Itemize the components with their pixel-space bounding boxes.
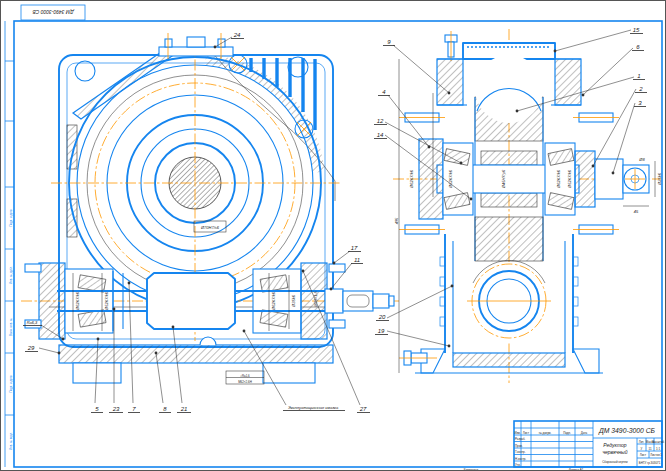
svg-text:24: 24 (233, 32, 241, 38)
housing-post-right (555, 59, 581, 105)
callout-19: 19 (375, 328, 450, 347)
svg-text:14: 14 (377, 132, 384, 138)
svg-text:6: 6 (636, 44, 640, 50)
svg-text:Ø35k6: Ø35k6 (291, 294, 296, 308)
corner-stamp-text: ДМ 3490-3000 СБ (32, 9, 75, 15)
title-block: Изм. Лист № докум. Подп. Дата Разраб. Пр… (514, 421, 665, 467)
svg-text:4: 4 (382, 89, 386, 95)
wall-section-hatch (73, 48, 175, 119)
oil-plug (200, 337, 216, 345)
svg-text:21: 21 (180, 406, 188, 412)
svg-text:Н.контр.: Н.контр. (515, 457, 526, 461)
wall-hatch (67, 199, 77, 237)
svg-text:Ø70H7/s6: Ø70H7/s6 (200, 225, 220, 230)
svg-text:20: 20 (378, 314, 386, 320)
housing-base (59, 337, 333, 383)
mass-value: 11 (648, 447, 651, 451)
bolt-hole (75, 61, 95, 81)
svg-text:27: 27 (359, 406, 367, 412)
svg-text:7: 7 (132, 406, 136, 412)
svg-text:№ докум.: № докум. (539, 431, 552, 435)
foot-right (573, 349, 599, 373)
svg-text:Пров.: Пров. (515, 444, 523, 448)
svg-text:√Ra1,6: √Ra1,6 (240, 374, 250, 378)
callout-6: 6 (582, 44, 644, 96)
flange-boss (229, 55, 313, 138)
svg-text:Лит.: Лит. (639, 440, 645, 444)
svg-text:Лист: Лист (523, 431, 530, 435)
scale-value: 1:1 (656, 447, 660, 451)
svg-text:11: 11 (354, 257, 360, 263)
svg-text:9: 9 (387, 39, 391, 45)
bearing-cover-left (39, 263, 65, 339)
margin-label: Инв. № подл. (9, 432, 13, 450)
shaft-key-section (343, 291, 373, 311)
svg-text:червячный: червячный (602, 449, 627, 455)
svg-text:23: 23 (112, 406, 120, 412)
corner-stamp: ДМ 3490-3000 СБ (21, 5, 85, 20)
svg-text:Ø52K7/k6: Ø52K7/k6 (567, 169, 572, 189)
svg-text:Ø52K7/k6: Ø52K7/k6 (448, 169, 453, 189)
lit-value: У (641, 447, 643, 451)
svg-text:Ø62K7/k6: Ø62K7/k6 (271, 291, 276, 311)
svg-text:3: 3 (638, 100, 642, 106)
svg-text:29: 29 (27, 345, 35, 351)
svg-text:5: 5 (95, 406, 99, 412)
filler-cap (159, 33, 233, 59)
thread-note-frame: √Ra1,6 M62×2-6H (226, 371, 264, 384)
title-block-header-row: Изм. Лист № докум. Подп. Дата (514, 431, 587, 435)
callout-21: 21 (172, 326, 191, 413)
front-view: Ø70H7/s6 Ø62K7/k6 Ø52K7/k6 Ø62K7/k6 Ø35k… (21, 33, 399, 384)
svg-text:M62×2-6H: M62×2-6H (238, 380, 252, 384)
left-margin-column: Инв. № подл. Подп. и дата Взам. инв. № И… (5, 21, 14, 467)
shaft-step (325, 289, 343, 313)
svg-text:Дата: Дата (581, 431, 588, 435)
svg-text:Изм.: Изм. (514, 431, 520, 435)
margin-label: Подп. и дата (9, 375, 13, 392)
svg-text:Листов: Листов (650, 453, 660, 457)
svg-text:Ø45H7/p6: Ø45H7/p6 (501, 169, 506, 189)
svg-text:1: 1 (637, 73, 640, 79)
svg-text:Разраб.: Разраб. (515, 437, 526, 441)
doc-name: Редуктор (603, 442, 627, 448)
svg-text:Ø62K7/k6: Ø62K7/k6 (409, 169, 414, 189)
svg-text:Ø52K7/k6: Ø52K7/k6 (104, 291, 109, 311)
organization: БНТУ гр.303071 (639, 461, 661, 465)
margin-label: Инв. № дубл. (9, 266, 13, 284)
drawing-sheet: Инв. № подл. Подп. и дата Взам. инв. № И… (0, 0, 666, 471)
margin-label: Подп. и дата (9, 209, 13, 226)
svg-text:Ra6,3: Ra6,3 (27, 320, 38, 325)
bearing-cover-right (575, 151, 595, 207)
output-shaft-step (595, 159, 623, 199)
svg-text:Масштаб: Масштаб (652, 440, 665, 444)
section-view: 495 Ø62K7/k6 Ø52K7/k6 Ø45H7/p6 Ø62K7/k6 … (393, 29, 662, 383)
svg-text:Лист: Лист (640, 453, 647, 457)
designation: ДМ 3490-3000 СБ (598, 427, 656, 435)
svg-text:495: 495 (394, 217, 399, 224)
callout-2: 2 (592, 86, 647, 167)
svg-text:Ø62K7/k6: Ø62K7/k6 (556, 169, 561, 189)
svg-text:Ø8: Ø8 (638, 157, 645, 162)
callout-15: 15 (554, 27, 643, 52)
svg-text:2: 2 (638, 86, 643, 92)
svg-text:17: 17 (351, 245, 358, 251)
worm-body (147, 273, 235, 329)
callout-29: 29 (25, 345, 60, 354)
margin-label: Взам. инв. № (9, 318, 13, 336)
svg-text:45: 45 (634, 209, 639, 214)
bearing-cover-left (419, 139, 443, 219)
svg-text:15: 15 (633, 27, 640, 33)
svg-text:12: 12 (377, 118, 384, 124)
svg-text:Утв.: Утв. (515, 463, 521, 467)
svg-text:8: 8 (163, 406, 167, 412)
doc-type: Сборочный чертеж (602, 460, 628, 464)
housing-post-left (437, 59, 463, 105)
svg-text:Т.контр.: Т.контр. (515, 450, 526, 454)
worm-wheel (469, 55, 549, 343)
svg-text:Ø25k6: Ø25k6 (657, 172, 662, 186)
svg-text:19: 19 (378, 328, 385, 334)
svg-text:Подп.: Подп. (563, 431, 571, 435)
svg-text:Ø62K7/k6: Ø62K7/k6 (75, 291, 80, 311)
wall-hatch (67, 125, 77, 169)
svg-text:Эксплуатационная смазка: Эксплуатационная смазка (288, 405, 339, 410)
